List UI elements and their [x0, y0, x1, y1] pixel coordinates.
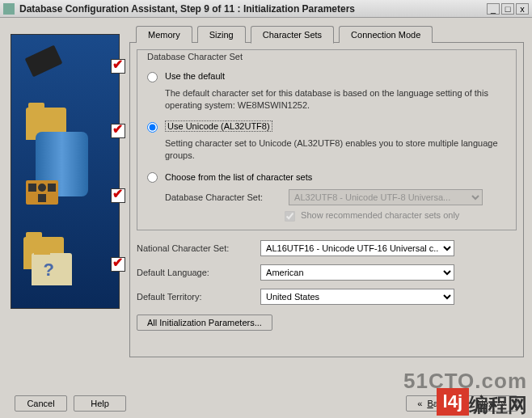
unicode-description: Setting character set to Unicode (AL32UT…: [165, 137, 506, 163]
step-check-icon: [111, 124, 125, 138]
radio-use-unicode-label: Use Unicode (AL32UTF8): [165, 120, 272, 132]
radio-use-default[interactable]: [147, 72, 158, 82]
radio-use-default-label: Use the default: [165, 71, 225, 81]
tab-connection-mode[interactable]: Connection Mode: [339, 26, 433, 43]
national-charset-label: National Character Set:: [137, 243, 258, 253]
step-check-icon: [111, 59, 125, 74]
fieldset-legend: Database Character Set: [144, 52, 246, 61]
shapes-icon: [26, 180, 58, 205]
default-language-select[interactable]: American: [260, 264, 454, 281]
show-recommended-checkbox: [285, 211, 295, 222]
default-territory-label: Default Territory:: [137, 292, 258, 302]
radio-choose-list-label: Choose from the list of character sets: [165, 172, 312, 182]
tab-bar: Memory Sizing Character Sets Connection …: [129, 26, 524, 43]
tab-panel: Database Character Set Use the default T…: [129, 42, 524, 357]
app-icon: [3, 3, 15, 15]
step-check-icon: [111, 257, 125, 272]
show-recommended-label: Show recommended character sets only: [301, 210, 459, 220]
button-bar: Cancel Help « Back Next »: [0, 395, 532, 412]
default-description: The default character set for this datab…: [165, 87, 506, 112]
minimize-button[interactable]: _: [487, 3, 500, 15]
content-area: Memory Sizing Character Sets Connection …: [129, 18, 532, 382]
cancel-button[interactable]: Cancel: [15, 395, 67, 412]
back-button[interactable]: « Back: [406, 395, 458, 412]
default-language-label: Default Language:: [137, 268, 258, 277]
default-territory-select[interactable]: United States: [260, 289, 454, 305]
window-title: Database Configuration Assistant, Step 9…: [19, 3, 485, 15]
db-charset-label: Database Character Set:: [165, 192, 286, 202]
tab-memory[interactable]: Memory: [136, 26, 192, 43]
chip-icon: [24, 45, 62, 78]
titlebar: Database Configuration Assistant, Step 9…: [0, 0, 532, 18]
main-area: ? Memory Sizing Character Sets Connectio…: [0, 18, 532, 382]
step-check-icon: [111, 188, 125, 203]
tab-sizing[interactable]: Sizing: [197, 26, 246, 43]
sidebar-graphic: ?: [11, 34, 120, 309]
all-init-params-button[interactable]: All Initialization Parameters...: [137, 315, 272, 331]
wizard-sidebar: ?: [0, 18, 129, 382]
maximize-button[interactable]: □: [501, 3, 514, 15]
db-charset-fieldset: Database Character Set Use the default T…: [137, 49, 517, 230]
radio-choose-list[interactable]: [147, 172, 158, 183]
help-folder-icon: ?: [32, 253, 72, 285]
help-button[interactable]: Help: [74, 395, 126, 412]
tab-character-sets[interactable]: Character Sets: [251, 26, 334, 44]
radio-use-unicode[interactable]: [147, 122, 158, 133]
next-button[interactable]: Next »: [465, 395, 517, 412]
close-button[interactable]: x: [516, 3, 529, 15]
national-charset-select[interactable]: AL16UTF16 - Unicode UTF-16 Universal c..…: [260, 240, 454, 256]
db-charset-select: AL32UTF8 - Unicode UTF-8 Universa...: [289, 189, 483, 205]
